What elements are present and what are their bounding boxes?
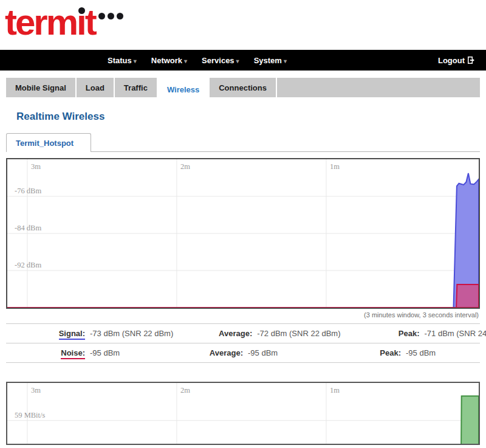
logo-text-right: t xyxy=(85,2,95,43)
logout-icon xyxy=(467,56,475,64)
tab-mobile-signal[interactable]: Mobile Signal xyxy=(6,78,77,97)
logo-letter-i: ı xyxy=(77,2,85,43)
noise-label: Noise: xyxy=(61,348,85,359)
signal-peak-value: -71 dBm (SNR 24 dBm) xyxy=(425,329,486,338)
tab-connections[interactable]: Connections xyxy=(210,78,277,97)
phy-rate-chart: 59 MBit/s3m2m1m xyxy=(6,382,480,445)
header: termıt xyxy=(0,0,486,43)
svg-text:-92 dBm: -92 dBm xyxy=(15,261,41,269)
chevron-down-icon: ▾ xyxy=(284,58,287,64)
nav-item-services[interactable]: Services▾ xyxy=(194,56,247,65)
noise-current-cell: Noise: -95 dBm xyxy=(6,348,164,357)
noise-average-cell: Average: -95 dBm xyxy=(164,348,322,357)
logout-button[interactable]: Logout xyxy=(438,56,479,65)
noise-average-value: -95 dBm xyxy=(248,348,278,357)
logo-i-dot xyxy=(78,7,85,14)
status-tabbar: Mobile Signal Load Traffic Wireless Conn… xyxy=(6,78,480,97)
average-label: Average: xyxy=(164,348,243,357)
noise-current-value: -95 dBm xyxy=(90,348,120,357)
svg-text:-84 dBm: -84 dBm xyxy=(15,224,41,232)
chart-window-caption: (3 minutes window, 3 seconds interval) xyxy=(0,311,479,319)
tab-traffic[interactable]: Traffic xyxy=(115,78,158,97)
page-title: Realtime Wireless xyxy=(16,111,486,123)
subtab-termit-hotspot[interactable]: Termit_Hotspot xyxy=(6,133,91,152)
table-row: Noise: -95 dBm Average: -95 dBm Peak: -9… xyxy=(6,343,480,363)
noise-peak-value: -95 dBm xyxy=(406,348,436,357)
top-navbar: Status▾ Network▾ Services▾ System▾ Logou… xyxy=(0,50,486,71)
peak-label: Peak: xyxy=(341,329,420,338)
nav-item-status[interactable]: Status▾ xyxy=(100,56,144,65)
svg-text:2m: 2m xyxy=(180,386,190,395)
svg-text:3m: 3m xyxy=(31,162,41,171)
nav-item-network[interactable]: Network▾ xyxy=(144,56,194,65)
wireless-signal-chart: -76 dBm-84 dBm-92 dBm3m2m1m xyxy=(6,158,480,309)
brand-logo: termıt xyxy=(5,2,95,43)
signal-stats-table: Signal: -73 dBm (SNR 22 dBm) Average: -7… xyxy=(6,323,480,363)
chevron-down-icon: ▾ xyxy=(184,58,187,64)
table-row: Signal: -73 dBm (SNR 22 dBm) Average: -7… xyxy=(6,324,480,343)
tab-load[interactable]: Load xyxy=(77,78,115,97)
signal-current-cell: Signal: -73 dBm (SNR 22 dBm) xyxy=(6,329,173,338)
noise-peak-cell: Peak: -95 dBm xyxy=(322,348,480,357)
svg-text:3m: 3m xyxy=(31,386,41,395)
tabbar-filler xyxy=(277,78,480,97)
signal-label: Signal: xyxy=(59,329,85,340)
logo-text-left: term xyxy=(5,2,77,43)
signal-peak-cell: Peak: -71 dBm (SNR 24 dBm) xyxy=(341,329,486,338)
svg-text:59 MBit/s: 59 MBit/s xyxy=(15,411,45,419)
svg-text:2m: 2m xyxy=(180,162,190,171)
signal-current-value: -73 dBm (SNR 22 dBm) xyxy=(90,329,173,338)
tab-wireless[interactable]: Wireless xyxy=(158,78,210,101)
signal-average-cell: Average: -72 dBm (SNR 22 dBm) xyxy=(173,329,340,338)
logo-dots-icon xyxy=(98,11,126,22)
svg-text:-76 dBm: -76 dBm xyxy=(15,187,41,195)
average-label: Average: xyxy=(173,329,252,338)
peak-label: Peak: xyxy=(322,348,401,357)
chevron-down-icon: ▾ xyxy=(134,58,137,64)
device-subtab-row: Termit_Hotspot xyxy=(6,133,480,151)
svg-text:1m: 1m xyxy=(330,162,340,171)
nav-item-system[interactable]: System▾ xyxy=(247,56,294,65)
chevron-down-icon: ▾ xyxy=(236,58,239,64)
signal-average-value: -72 dBm (SNR 22 dBm) xyxy=(257,329,340,338)
svg-text:1m: 1m xyxy=(330,386,340,395)
